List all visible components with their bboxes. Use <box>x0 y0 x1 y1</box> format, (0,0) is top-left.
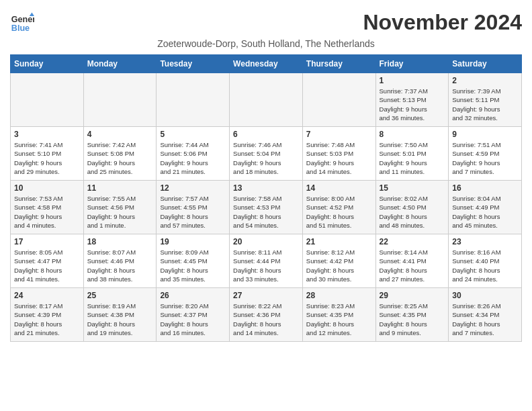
calendar-cell: 12Sunrise: 7:57 AM Sunset: 4:55 PM Dayli… <box>157 181 230 234</box>
day-number: 14 <box>306 183 372 193</box>
calendar-cell <box>302 73 375 127</box>
calendar-header-thursday: Thursday <box>302 55 375 73</box>
calendar-cell: 30Sunrise: 8:26 AM Sunset: 4:34 PM Dayli… <box>449 288 522 342</box>
calendar-week-row: 10Sunrise: 7:53 AM Sunset: 4:58 PM Dayli… <box>11 181 522 234</box>
calendar-week-row: 3Sunrise: 7:41 AM Sunset: 5:10 PM Daylig… <box>11 127 522 181</box>
day-number: 16 <box>452 183 518 193</box>
day-info: Sunrise: 8:17 AM Sunset: 4:39 PM Dayligh… <box>14 302 80 337</box>
calendar-header-saturday: Saturday <box>449 55 522 73</box>
calendar-cell: 8Sunrise: 7:50 AM Sunset: 5:01 PM Daylig… <box>375 127 449 181</box>
svg-text:Blue: Blue <box>11 24 30 33</box>
day-number: 10 <box>14 183 80 193</box>
day-number: 13 <box>233 183 299 193</box>
calendar-header-monday: Monday <box>83 55 157 73</box>
day-number: 1 <box>380 76 445 85</box>
day-number: 9 <box>452 130 518 139</box>
calendar-header-row: SundayMondayTuesdayWednesdayThursdayFrid… <box>11 55 522 73</box>
calendar-cell: 16Sunrise: 8:04 AM Sunset: 4:49 PM Dayli… <box>449 181 522 234</box>
day-number: 20 <box>233 237 299 246</box>
day-number: 26 <box>160 291 226 300</box>
calendar-cell: 22Sunrise: 8:14 AM Sunset: 4:41 PM Dayli… <box>375 234 449 288</box>
calendar-header-sunday: Sunday <box>11 55 84 73</box>
day-number: 8 <box>380 130 445 139</box>
calendar-cell <box>230 73 303 127</box>
day-number: 2 <box>452 76 518 85</box>
day-info: Sunrise: 8:00 AM Sunset: 4:52 PM Dayligh… <box>306 194 372 230</box>
day-number: 22 <box>380 237 445 246</box>
day-info: Sunrise: 8:04 AM Sunset: 4:49 PM Dayligh… <box>452 194 518 230</box>
calendar-cell: 9Sunrise: 7:51 AM Sunset: 4:59 PM Daylig… <box>449 127 522 181</box>
calendar-header-friday: Friday <box>375 55 449 73</box>
day-number: 5 <box>160 130 226 139</box>
day-info: Sunrise: 8:23 AM Sunset: 4:35 PM Dayligh… <box>306 302 372 337</box>
day-info: Sunrise: 8:20 AM Sunset: 4:37 PM Dayligh… <box>160 302 226 337</box>
day-info: Sunrise: 8:22 AM Sunset: 4:36 PM Dayligh… <box>233 302 299 337</box>
day-info: Sunrise: 8:07 AM Sunset: 4:46 PM Dayligh… <box>87 248 153 283</box>
calendar-cell: 19Sunrise: 8:09 AM Sunset: 4:45 PM Dayli… <box>157 234 230 288</box>
day-info: Sunrise: 8:05 AM Sunset: 4:47 PM Dayligh… <box>14 248 80 283</box>
calendar-cell: 29Sunrise: 8:25 AM Sunset: 4:35 PM Dayli… <box>375 288 449 342</box>
calendar-cell: 13Sunrise: 7:58 AM Sunset: 4:53 PM Dayli… <box>230 181 303 234</box>
calendar-cell <box>157 73 230 127</box>
day-info: Sunrise: 7:50 AM Sunset: 5:01 PM Dayligh… <box>380 140 445 176</box>
location-subtitle: Zoeterwoude-Dorp, South Holland, The Net… <box>10 38 522 49</box>
calendar-cell: 23Sunrise: 8:16 AM Sunset: 4:40 PM Dayli… <box>449 234 522 288</box>
day-number: 28 <box>306 291 372 300</box>
calendar-cell: 6Sunrise: 7:46 AM Sunset: 5:04 PM Daylig… <box>230 127 303 181</box>
calendar-cell: 5Sunrise: 7:44 AM Sunset: 5:06 PM Daylig… <box>157 127 230 181</box>
day-number: 23 <box>452 237 518 246</box>
day-info: Sunrise: 7:39 AM Sunset: 5:11 PM Dayligh… <box>452 87 518 122</box>
calendar-cell: 7Sunrise: 7:48 AM Sunset: 5:03 PM Daylig… <box>302 127 375 181</box>
day-info: Sunrise: 8:25 AM Sunset: 4:35 PM Dayligh… <box>380 302 445 337</box>
calendar-cell: 20Sunrise: 8:11 AM Sunset: 4:44 PM Dayli… <box>230 234 303 288</box>
day-info: Sunrise: 7:51 AM Sunset: 4:59 PM Dayligh… <box>452 140 518 176</box>
day-number: 25 <box>87 291 153 300</box>
calendar-header-wednesday: Wednesday <box>230 55 303 73</box>
day-info: Sunrise: 7:42 AM Sunset: 5:08 PM Dayligh… <box>87 140 153 176</box>
day-number: 30 <box>452 291 518 300</box>
day-number: 15 <box>380 183 445 193</box>
calendar-cell: 10Sunrise: 7:53 AM Sunset: 4:58 PM Dayli… <box>11 181 84 234</box>
day-info: Sunrise: 8:09 AM Sunset: 4:45 PM Dayligh… <box>160 248 226 283</box>
day-info: Sunrise: 7:44 AM Sunset: 5:06 PM Dayligh… <box>160 140 226 176</box>
day-number: 19 <box>160 237 226 246</box>
day-info: Sunrise: 7:46 AM Sunset: 5:04 PM Dayligh… <box>233 140 299 176</box>
page-header: General Blue November 2024 <box>10 10 522 35</box>
calendar-cell: 4Sunrise: 7:42 AM Sunset: 5:08 PM Daylig… <box>83 127 157 181</box>
logo-icon: General Blue <box>10 10 34 34</box>
day-info: Sunrise: 7:48 AM Sunset: 5:03 PM Dayligh… <box>306 140 372 176</box>
day-number: 7 <box>306 130 372 139</box>
calendar-header-tuesday: Tuesday <box>157 55 230 73</box>
calendar-table: SundayMondayTuesdayWednesdayThursdayFrid… <box>10 54 522 342</box>
day-info: Sunrise: 7:55 AM Sunset: 4:56 PM Dayligh… <box>87 194 153 230</box>
day-info: Sunrise: 8:26 AM Sunset: 4:34 PM Dayligh… <box>452 302 518 337</box>
calendar-cell: 25Sunrise: 8:19 AM Sunset: 4:38 PM Dayli… <box>83 288 157 342</box>
title-section: November 2024 <box>363 10 522 35</box>
calendar-cell: 28Sunrise: 8:23 AM Sunset: 4:35 PM Dayli… <box>302 288 375 342</box>
day-info: Sunrise: 7:37 AM Sunset: 5:13 PM Dayligh… <box>380 87 445 122</box>
calendar-cell: 1Sunrise: 7:37 AM Sunset: 5:13 PM Daylig… <box>375 73 449 127</box>
calendar-cell: 26Sunrise: 8:20 AM Sunset: 4:37 PM Dayli… <box>157 288 230 342</box>
calendar-week-row: 24Sunrise: 8:17 AM Sunset: 4:39 PM Dayli… <box>11 288 522 342</box>
day-info: Sunrise: 7:58 AM Sunset: 4:53 PM Dayligh… <box>233 194 299 230</box>
day-number: 17 <box>14 237 80 246</box>
calendar-cell: 24Sunrise: 8:17 AM Sunset: 4:39 PM Dayli… <box>11 288 84 342</box>
day-info: Sunrise: 8:11 AM Sunset: 4:44 PM Dayligh… <box>233 248 299 283</box>
calendar-cell: 21Sunrise: 8:12 AM Sunset: 4:42 PM Dayli… <box>302 234 375 288</box>
day-number: 12 <box>160 183 226 193</box>
day-number: 24 <box>14 291 80 300</box>
calendar-cell <box>83 73 157 127</box>
day-number: 6 <box>233 130 299 139</box>
calendar-week-row: 17Sunrise: 8:05 AM Sunset: 4:47 PM Dayli… <box>11 234 522 288</box>
calendar-cell: 2Sunrise: 7:39 AM Sunset: 5:11 PM Daylig… <box>449 73 522 127</box>
calendar-cell: 11Sunrise: 7:55 AM Sunset: 4:56 PM Dayli… <box>83 181 157 234</box>
day-info: Sunrise: 8:12 AM Sunset: 4:42 PM Dayligh… <box>306 248 372 283</box>
day-info: Sunrise: 7:57 AM Sunset: 4:55 PM Dayligh… <box>160 194 226 230</box>
day-info: Sunrise: 8:16 AM Sunset: 4:40 PM Dayligh… <box>452 248 518 283</box>
month-title: November 2024 <box>363 10 522 35</box>
day-number: 21 <box>306 237 372 246</box>
day-number: 4 <box>87 130 153 139</box>
calendar-cell: 15Sunrise: 8:02 AM Sunset: 4:50 PM Dayli… <box>375 181 449 234</box>
day-number: 29 <box>380 291 445 300</box>
logo: General Blue <box>10 10 34 34</box>
